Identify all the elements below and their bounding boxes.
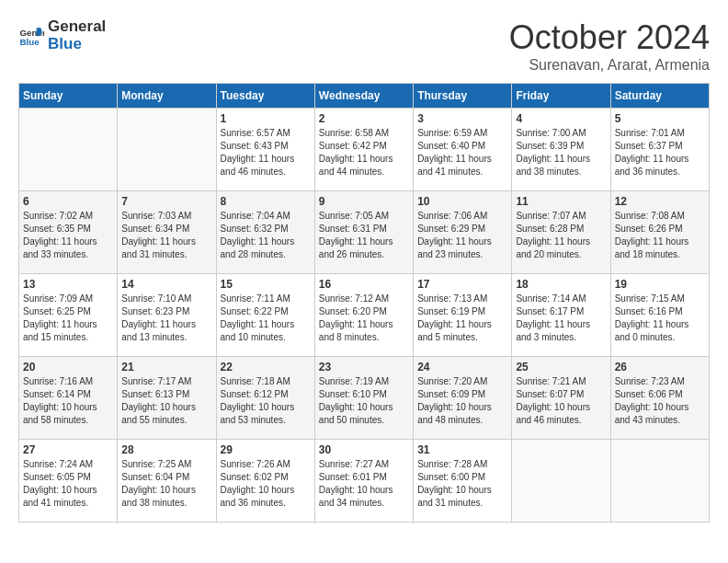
day-number: 31 bbox=[417, 443, 507, 456]
day-info: Sunrise: 7:05 AMSunset: 6:31 PMDaylight:… bbox=[319, 210, 409, 261]
calendar-cell: 17Sunrise: 7:13 AMSunset: 6:19 PMDayligh… bbox=[414, 274, 512, 357]
day-number: 15 bbox=[221, 278, 311, 291]
calendar-week-row: 6Sunrise: 7:02 AMSunset: 6:35 PMDaylight… bbox=[19, 191, 710, 274]
calendar-week-row: 1Sunrise: 6:57 AMSunset: 6:43 PMDaylight… bbox=[19, 109, 710, 191]
day-number: 9 bbox=[319, 195, 409, 208]
day-number: 27 bbox=[23, 443, 113, 456]
day-info: Sunrise: 7:15 AMSunset: 6:16 PMDaylight:… bbox=[615, 293, 705, 344]
day-info: Sunrise: 7:16 AMSunset: 6:14 PMDaylight:… bbox=[23, 375, 113, 427]
day-info: Sunrise: 6:58 AMSunset: 6:42 PMDaylight:… bbox=[319, 127, 409, 178]
day-info: Sunrise: 7:10 AMSunset: 6:23 PMDaylight:… bbox=[121, 293, 211, 344]
day-info: Sunrise: 7:04 AMSunset: 6:32 PMDaylight:… bbox=[221, 210, 311, 261]
day-info: Sunrise: 7:14 AMSunset: 6:17 PMDaylight:… bbox=[516, 293, 606, 344]
day-number: 10 bbox=[417, 195, 507, 208]
day-info: Sunrise: 7:17 AMSunset: 6:13 PMDaylight:… bbox=[121, 375, 211, 427]
calendar-cell: 31Sunrise: 7:28 AMSunset: 6:00 PMDayligh… bbox=[414, 440, 512, 523]
day-info: Sunrise: 7:11 AMSunset: 6:22 PMDaylight:… bbox=[221, 293, 311, 344]
day-number: 25 bbox=[516, 361, 606, 373]
calendar-cell: 28Sunrise: 7:25 AMSunset: 6:04 PMDayligh… bbox=[118, 440, 216, 523]
calendar-week-row: 13Sunrise: 7:09 AMSunset: 6:25 PMDayligh… bbox=[19, 274, 710, 357]
day-info: Sunrise: 7:26 AMSunset: 6:02 PMDaylight:… bbox=[221, 458, 311, 510]
day-number: 7 bbox=[121, 195, 211, 208]
day-info: Sunrise: 7:08 AMSunset: 6:26 PMDaylight:… bbox=[615, 210, 705, 261]
calendar-cell: 26Sunrise: 7:23 AMSunset: 6:06 PMDayligh… bbox=[610, 357, 709, 440]
day-info: Sunrise: 7:12 AMSunset: 6:20 PMDaylight:… bbox=[319, 293, 409, 344]
title-area: October 2024 Surenavan, Ararat, Armenia bbox=[509, 18, 710, 74]
day-number: 6 bbox=[23, 195, 113, 208]
day-number: 4 bbox=[516, 112, 606, 125]
calendar-cell: 23Sunrise: 7:19 AMSunset: 6:10 PMDayligh… bbox=[314, 357, 413, 440]
day-info: Sunrise: 7:25 AMSunset: 6:04 PMDaylight:… bbox=[121, 458, 211, 510]
calendar-cell: 4Sunrise: 7:00 AMSunset: 6:39 PMDaylight… bbox=[512, 109, 610, 191]
svg-text:Blue: Blue bbox=[19, 36, 40, 46]
day-info: Sunrise: 7:23 AMSunset: 6:06 PMDaylight:… bbox=[615, 375, 705, 427]
calendar-cell: 3Sunrise: 6:59 AMSunset: 6:40 PMDaylight… bbox=[414, 109, 512, 191]
calendar-cell: 20Sunrise: 7:16 AMSunset: 6:14 PMDayligh… bbox=[19, 357, 118, 440]
day-number: 19 bbox=[615, 278, 705, 291]
calendar-cell: 5Sunrise: 7:01 AMSunset: 6:37 PMDaylight… bbox=[610, 109, 709, 191]
calendar-cell: 27Sunrise: 7:24 AMSunset: 6:05 PMDayligh… bbox=[19, 440, 118, 523]
calendar-cell: 24Sunrise: 7:20 AMSunset: 6:09 PMDayligh… bbox=[414, 357, 512, 440]
logo-blue-text: Blue bbox=[48, 36, 106, 53]
day-number: 22 bbox=[221, 361, 311, 373]
day-info: Sunrise: 7:21 AMSunset: 6:07 PMDaylight:… bbox=[516, 375, 606, 427]
calendar-cell: 30Sunrise: 7:27 AMSunset: 6:01 PMDayligh… bbox=[314, 440, 413, 523]
day-info: Sunrise: 7:18 AMSunset: 6:12 PMDaylight:… bbox=[221, 375, 311, 427]
month-title: October 2024 bbox=[509, 18, 710, 57]
weekday-header-saturday: Saturday bbox=[610, 84, 709, 109]
day-info: Sunrise: 7:20 AMSunset: 6:09 PMDaylight:… bbox=[417, 375, 507, 427]
day-info: Sunrise: 7:06 AMSunset: 6:29 PMDaylight:… bbox=[417, 210, 507, 261]
calendar-week-row: 27Sunrise: 7:24 AMSunset: 6:05 PMDayligh… bbox=[19, 440, 710, 523]
day-number: 20 bbox=[23, 361, 113, 373]
day-number: 5 bbox=[615, 112, 705, 125]
day-info: Sunrise: 7:00 AMSunset: 6:39 PMDaylight:… bbox=[516, 127, 606, 178]
day-info: Sunrise: 7:19 AMSunset: 6:10 PMDaylight:… bbox=[319, 375, 409, 427]
day-number: 16 bbox=[319, 278, 409, 291]
day-number: 28 bbox=[121, 443, 211, 456]
day-number: 1 bbox=[221, 112, 311, 125]
calendar-cell: 2Sunrise: 6:58 AMSunset: 6:42 PMDaylight… bbox=[314, 109, 413, 191]
calendar-cell: 18Sunrise: 7:14 AMSunset: 6:17 PMDayligh… bbox=[512, 274, 610, 357]
day-number: 11 bbox=[516, 195, 606, 208]
day-number: 13 bbox=[23, 278, 113, 291]
day-info: Sunrise: 7:07 AMSunset: 6:28 PMDaylight:… bbox=[516, 210, 606, 261]
calendar-cell: 8Sunrise: 7:04 AMSunset: 6:32 PMDaylight… bbox=[216, 191, 314, 274]
day-number: 26 bbox=[615, 361, 705, 373]
calendar-cell: 7Sunrise: 7:03 AMSunset: 6:34 PMDaylight… bbox=[118, 191, 216, 274]
day-number: 12 bbox=[615, 195, 705, 208]
calendar-cell bbox=[19, 109, 118, 191]
calendar-cell: 14Sunrise: 7:10 AMSunset: 6:23 PMDayligh… bbox=[118, 274, 216, 357]
calendar-cell bbox=[118, 109, 216, 191]
day-info: Sunrise: 7:09 AMSunset: 6:25 PMDaylight:… bbox=[23, 293, 113, 344]
weekday-header-friday: Friday bbox=[512, 84, 610, 109]
weekday-header-monday: Monday bbox=[118, 84, 216, 109]
day-info: Sunrise: 7:03 AMSunset: 6:34 PMDaylight:… bbox=[121, 210, 211, 261]
logo-general-text: General bbox=[48, 18, 106, 36]
logo: General Blue General Blue bbox=[18, 18, 106, 52]
day-info: Sunrise: 7:01 AMSunset: 6:37 PMDaylight:… bbox=[615, 127, 705, 178]
calendar-cell: 29Sunrise: 7:26 AMSunset: 6:02 PMDayligh… bbox=[216, 440, 314, 523]
day-info: Sunrise: 6:59 AMSunset: 6:40 PMDaylight:… bbox=[417, 127, 507, 178]
day-number: 23 bbox=[319, 361, 409, 373]
weekday-header-tuesday: Tuesday bbox=[216, 84, 314, 109]
calendar-cell: 21Sunrise: 7:17 AMSunset: 6:13 PMDayligh… bbox=[118, 357, 216, 440]
calendar-cell: 15Sunrise: 7:11 AMSunset: 6:22 PMDayligh… bbox=[216, 274, 314, 357]
calendar-cell: 19Sunrise: 7:15 AMSunset: 6:16 PMDayligh… bbox=[610, 274, 709, 357]
day-info: Sunrise: 7:02 AMSunset: 6:35 PMDaylight:… bbox=[23, 210, 113, 261]
day-number: 14 bbox=[121, 278, 211, 291]
weekday-header-sunday: Sunday bbox=[19, 84, 118, 109]
calendar-cell bbox=[512, 440, 610, 523]
location-title: Surenavan, Ararat, Armenia bbox=[509, 57, 710, 74]
day-info: Sunrise: 6:57 AMSunset: 6:43 PMDaylight:… bbox=[221, 127, 311, 178]
day-number: 21 bbox=[121, 361, 211, 373]
day-number: 17 bbox=[417, 278, 507, 291]
logo-icon: General Blue bbox=[18, 23, 44, 49]
calendar-cell: 1Sunrise: 6:57 AMSunset: 6:43 PMDaylight… bbox=[216, 109, 314, 191]
day-info: Sunrise: 7:24 AMSunset: 6:05 PMDaylight:… bbox=[23, 458, 113, 510]
weekday-header-thursday: Thursday bbox=[414, 84, 512, 109]
calendar: SundayMondayTuesdayWednesdayThursdayFrid… bbox=[18, 83, 710, 523]
day-number: 24 bbox=[417, 361, 507, 373]
calendar-cell: 6Sunrise: 7:02 AMSunset: 6:35 PMDaylight… bbox=[19, 191, 118, 274]
calendar-cell: 11Sunrise: 7:07 AMSunset: 6:28 PMDayligh… bbox=[512, 191, 610, 274]
calendar-cell: 10Sunrise: 7:06 AMSunset: 6:29 PMDayligh… bbox=[414, 191, 512, 274]
